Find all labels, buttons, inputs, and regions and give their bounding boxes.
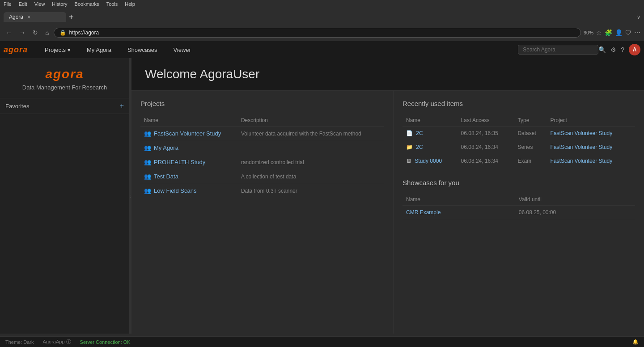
project-description-cell: Volunteer data acquired with the FastSca…: [237, 127, 384, 141]
menu-history[interactable]: History: [52, 1, 67, 7]
recent-col-name: Name: [402, 114, 458, 127]
projects-section-title: Projects: [140, 100, 384, 107]
app-navigation: agora Projects ▾ My Agora Showcases View…: [0, 41, 644, 58]
project-description-cell: [237, 141, 384, 155]
table-row: 📄 2C 06.08.24, 16:35 Dataset FastScan Vo…: [402, 127, 635, 140]
main-content: Projects Name Description 👥FastScan Volu…: [131, 91, 644, 334]
recent-item-link[interactable]: Study 0000: [415, 158, 442, 164]
menu-view[interactable]: View: [34, 1, 45, 7]
search-input[interactable]: [518, 45, 598, 55]
project-link[interactable]: My Agora: [154, 144, 178, 151]
content-area: Welcome AgoraUser Projects Name Descript…: [131, 58, 644, 334]
recent-type-cell: Exam: [514, 154, 547, 168]
zoom-level: 90%: [584, 30, 593, 35]
project-description: randomized controlled trial: [241, 159, 304, 165]
new-tab-button[interactable]: +: [69, 13, 74, 22]
forward-button[interactable]: →: [17, 28, 28, 37]
recent-project-link[interactable]: FastScan Volunteer Study: [551, 144, 613, 150]
projects-table: Name Description 👥FastScan Volunteer Stu…: [140, 114, 384, 198]
recent-item-link[interactable]: 2C: [416, 144, 423, 150]
recent-col-access: Last Access: [458, 114, 514, 127]
menu-help[interactable]: Help: [125, 1, 135, 7]
menu-edit[interactable]: Edit: [19, 1, 27, 7]
recent-access-cell: 06.08.24, 16:35: [458, 127, 514, 140]
recent-project-link[interactable]: FastScan Volunteer Study: [551, 130, 613, 136]
project-description-cell: A collection of test data: [237, 169, 384, 184]
back-button[interactable]: ←: [4, 28, 14, 37]
projects-col-name: Name: [140, 114, 237, 127]
bell-icon[interactable]: 🔔: [632, 339, 639, 345]
browser-menu-bar: File Edit View History Bookmarks Tools H…: [0, 0, 644, 8]
project-link[interactable]: PROHEALTH Study: [154, 159, 205, 165]
project-icon: 👥: [144, 187, 151, 194]
project-description-cell: Data from 0.3T scanner: [237, 184, 384, 198]
table-row: CMR Example 06.08.25, 00:00: [402, 206, 635, 220]
nav-projects-label: Projects: [45, 47, 66, 53]
recent-access-cell: 06.08.24, 16:34: [458, 154, 514, 168]
nav-viewer[interactable]: Viewer: [165, 41, 199, 58]
project-description-cell: randomized controlled trial: [237, 155, 384, 169]
reload-button[interactable]: ↻: [30, 28, 40, 37]
profile-icon[interactable]: 👤: [615, 29, 623, 36]
projects-panel: Projects Name Description 👥FastScan Volu…: [131, 91, 394, 334]
nav-showcases-label: Showcases: [127, 47, 157, 53]
browser-tab[interactable]: Agora ✕: [4, 12, 66, 22]
right-panel: Recently used items Name Last Access Typ…: [394, 91, 644, 334]
tab-bar: Agora ✕ + ∨: [0, 8, 644, 24]
user-avatar[interactable]: A: [629, 44, 640, 55]
project-link[interactable]: Low Field Scans: [154, 187, 196, 194]
sidebar-logo: agora: [45, 67, 84, 81]
shield-icon[interactable]: 🛡: [625, 29, 631, 36]
recent-project-cell: FastScan Volunteer Study: [547, 127, 635, 140]
tab-chevron-icon: ∨: [637, 14, 640, 20]
recent-project-link[interactable]: FastScan Volunteer Study: [551, 158, 613, 164]
address-bar: ← → ↻ ⌂ 🔒 https://agora 90% ☆ 🧩 👤 🛡 ⋯: [0, 24, 644, 41]
table-row: 👥Low Field ScansData from 0.3T scanner: [140, 184, 384, 198]
recent-type-cell: Dataset: [514, 127, 547, 140]
project-icon: 👥: [144, 173, 151, 180]
project-icon: 👥: [144, 144, 151, 151]
showcases-col-valid: Valid until: [515, 194, 635, 206]
project-description: Data from 0.3T scanner: [241, 188, 297, 194]
theme-status: Theme: Dark: [5, 339, 34, 345]
nav-projects-chevron-icon: ▾: [68, 47, 71, 53]
project-name-cell: 👥My Agora: [140, 141, 237, 155]
menu-bookmarks[interactable]: Bookmarks: [75, 1, 99, 7]
project-name-cell: 👥Low Field Scans: [140, 184, 237, 198]
search-icon-button[interactable]: 🔍: [598, 46, 606, 53]
lock-icon: 🔒: [59, 30, 66, 36]
recently-used-title: Recently used items: [402, 100, 635, 107]
table-row: 👥My Agora: [140, 141, 384, 155]
tab-label: Agora: [9, 14, 23, 20]
showcase-link[interactable]: CMR Example: [406, 209, 441, 216]
showcases-section-title: Showcases for you: [402, 179, 635, 186]
app-logo[interactable]: agora: [4, 45, 28, 55]
table-row: 👥Test DataA collection of test data: [140, 169, 384, 184]
home-button[interactable]: ⌂: [43, 28, 51, 37]
project-link[interactable]: FastScan Volunteer Study: [154, 130, 221, 137]
recent-col-type: Type: [514, 114, 547, 127]
url-input-area[interactable]: 🔒 https://agora: [54, 28, 581, 38]
menu-file[interactable]: File: [4, 1, 12, 7]
help-icon-button[interactable]: ?: [621, 46, 624, 53]
recent-name-cell: 📄 2C: [402, 127, 458, 140]
nav-showcases[interactable]: Showcases: [119, 41, 165, 58]
server-status: Server Connection: OK: [80, 339, 131, 345]
tab-close-button[interactable]: ✕: [27, 14, 31, 20]
star-icon[interactable]: ☆: [596, 29, 602, 36]
settings-icon-button[interactable]: ⚙: [610, 46, 616, 53]
extensions-icon[interactable]: 🧩: [605, 29, 612, 36]
nav-my-agora-label: My Agora: [87, 47, 111, 53]
project-description: Volunteer data acquired with the FastSca…: [241, 131, 361, 137]
nav-my-agora[interactable]: My Agora: [79, 41, 119, 58]
project-link[interactable]: Test Data: [154, 173, 178, 180]
dataset-icon: 📄: [406, 130, 413, 136]
recent-item-link[interactable]: 2C: [416, 130, 423, 136]
add-favorite-button[interactable]: +: [120, 102, 124, 110]
menu-tools[interactable]: Tools: [106, 1, 118, 7]
series-icon: 📁: [406, 144, 413, 150]
showcase-name-cell: CMR Example: [402, 206, 515, 220]
nav-projects[interactable]: Projects ▾: [37, 41, 79, 58]
menu-dots-icon[interactable]: ⋯: [634, 29, 640, 36]
project-icon: 👥: [144, 130, 151, 137]
